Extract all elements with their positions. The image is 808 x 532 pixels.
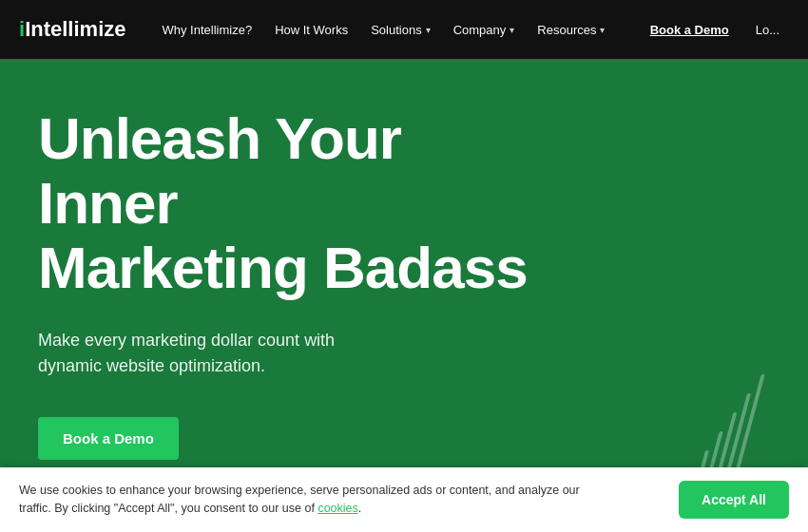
nav-how-it-works[interactable]: How It Works — [265, 17, 357, 43]
logo: iIntellimize — [19, 17, 125, 42]
nav-company[interactable]: Company ▾ — [444, 17, 525, 43]
hero-section: Unleash Your Inner Marketing Badass Make… — [0, 59, 808, 498]
navbar-links: Why Intellimize? How It Works Solutions … — [152, 17, 640, 43]
hero-cta-button[interactable]: Book a Demo — [38, 417, 179, 460]
hero-subtitle: Make every marketing dollar count with d… — [38, 328, 437, 379]
nav-solutions[interactable]: Solutions ▾ — [361, 17, 439, 43]
cookies-link[interactable]: cookies — [317, 502, 357, 515]
cookie-text: We use cookies to enhance your browsing … — [19, 482, 608, 518]
solutions-chevron-icon: ▾ — [426, 25, 431, 35]
accept-all-button[interactable]: Accept All — [679, 481, 789, 519]
page-wrapper: iIntellimize Why Intellimize? How It Wor… — [0, 0, 808, 532]
cookie-banner: We use cookies to enhance your browsing … — [0, 467, 808, 532]
book-demo-button[interactable]: Book a Demo — [641, 17, 739, 43]
login-button[interactable]: Lo... — [746, 17, 789, 43]
hero-decoration — [702, 374, 751, 479]
nav-right: Book a Demo Lo... — [641, 17, 789, 43]
nav-why-intellimize[interactable]: Why Intellimize? — [152, 17, 261, 43]
hero-title: Unleash Your Inner Marketing Badass — [38, 106, 532, 301]
navbar: iIntellimize Why Intellimize? How It Wor… — [0, 0, 808, 59]
resources-chevron-icon: ▾ — [600, 25, 605, 35]
company-chevron-icon: ▾ — [510, 25, 514, 35]
nav-resources[interactable]: Resources ▾ — [528, 17, 614, 43]
